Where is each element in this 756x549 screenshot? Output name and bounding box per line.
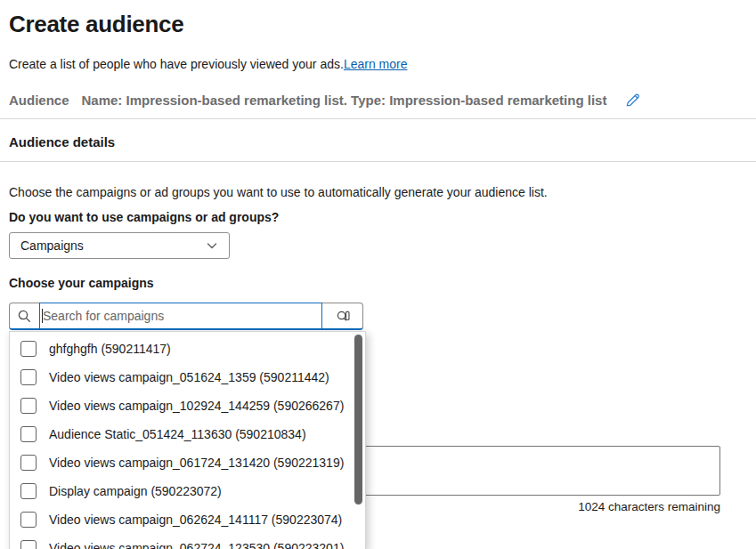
campaign-option-label: Video views campaign_051624_1359 (590211… xyxy=(49,370,329,384)
campaign-option-label: Display campaign (590223072) xyxy=(49,484,222,498)
campaign-option[interactable]: Video views campaign_061724_131420 (5902… xyxy=(10,448,365,477)
campaign-dropdown-panel: ghfghgfh (590211417) Video views campaig… xyxy=(9,331,366,549)
page-subtitle: Create a list of people who have previou… xyxy=(9,57,407,71)
campaign-option-label: Video views campaign_102924_144259 (5902… xyxy=(49,399,344,413)
checkbox[interactable] xyxy=(20,455,37,471)
audience-label: Audience xyxy=(9,93,69,108)
details-description: Choose the campaigns or ad groups you wa… xyxy=(9,185,548,199)
campaign-option-label: Video views campaign_062624_141117 (5902… xyxy=(49,513,342,527)
audience-summary-row: Audience Name: Impression-based remarket… xyxy=(9,92,641,109)
campaign-option[interactable]: Display campaign (590223072) xyxy=(10,477,365,505)
campaign-option[interactable]: Video views campaign_102924_144259 (5902… xyxy=(10,392,365,420)
campaign-option-label: Video views campaign_061724_131420 (5902… xyxy=(49,456,344,470)
search-input[interactable] xyxy=(40,303,321,328)
scrollbar-thumb[interactable] xyxy=(354,335,362,505)
scope-select-value: Campaigns xyxy=(20,238,84,253)
learn-more-link[interactable]: Learn more xyxy=(344,57,408,71)
checkbox[interactable] xyxy=(20,540,37,549)
campaign-option[interactable]: Audience Static_051424_113630 (590210834… xyxy=(10,420,365,448)
scope-question-label: Do you want to use campaigns or ad group… xyxy=(9,210,279,224)
campaign-search-box xyxy=(9,303,363,330)
campaign-option[interactable]: Video views campaign_062624_141117 (5902… xyxy=(10,505,365,534)
search-icon xyxy=(10,303,39,328)
campaign-option-label: ghfghgfh (590211417) xyxy=(49,342,171,356)
advanced-search-icon xyxy=(335,308,352,325)
divider xyxy=(0,161,756,162)
checkbox[interactable] xyxy=(20,341,37,357)
search-input-wrap xyxy=(39,303,322,329)
divider xyxy=(0,118,756,119)
campaign-option-label: Video views campaign_062724_123530 (5902… xyxy=(49,541,344,549)
campaign-option-label: Audience Static_051424_113630 (590210834… xyxy=(49,427,306,441)
edit-audience-button[interactable] xyxy=(624,92,641,109)
checkbox[interactable] xyxy=(20,483,37,499)
advanced-search-button[interactable] xyxy=(323,303,362,328)
subtitle-text: Create a list of people who have previou… xyxy=(9,57,344,71)
audience-details-heading: Audience details xyxy=(9,134,115,149)
choose-campaigns-label: Choose your campaigns xyxy=(9,276,154,290)
checkbox[interactable] xyxy=(20,426,37,442)
audience-name-type-value: Name: Impression-based remarketing list.… xyxy=(82,93,607,108)
text-caret xyxy=(42,309,43,323)
campaign-option[interactable]: ghfghgfh (590211417) xyxy=(10,335,365,363)
checkbox[interactable] xyxy=(20,369,37,385)
campaign-option[interactable]: Video views campaign_062724_123530 (5902… xyxy=(10,534,365,549)
pencil-icon xyxy=(624,92,641,109)
campaign-option[interactable]: Video views campaign_051624_1359 (590211… xyxy=(10,363,365,392)
chevron-down-icon xyxy=(206,239,218,252)
scope-select[interactable]: Campaigns xyxy=(9,232,230,259)
checkbox[interactable] xyxy=(20,512,37,528)
checkbox[interactable] xyxy=(20,398,37,414)
page-title: Create audience xyxy=(9,11,183,38)
create-audience-page: Create audience Create a list of people … xyxy=(0,0,756,549)
dropdown-scrollbar[interactable] xyxy=(353,333,364,548)
